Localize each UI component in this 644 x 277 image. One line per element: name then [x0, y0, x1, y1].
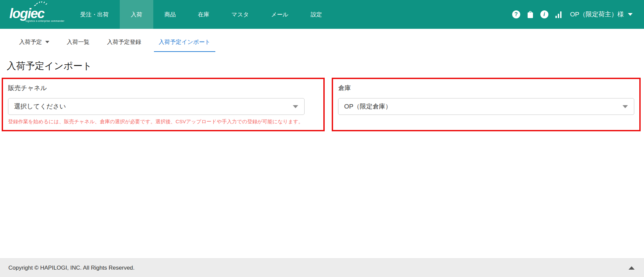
logo-text: logiec [9, 7, 66, 20]
tab-arrival-schedule-import[interactable]: 入荷予定インポート [154, 36, 215, 52]
chevron-down-icon [45, 41, 49, 43]
subnav-arrival-schedule-menu[interactable]: 入荷予定 [14, 36, 54, 52]
logo-tagline: logistics e-enterprise commander [25, 20, 64, 22]
info-icon[interactable]: i [540, 10, 549, 19]
app-header: logiec logistics e-enterprise commander … [0, 0, 644, 29]
warehouse-label: 倉庫 [338, 84, 634, 92]
channel-label: 販売チャネル [8, 84, 318, 92]
help-icon[interactable]: ? [512, 10, 521, 19]
main-nav: 受注・出荷 入荷 商品 在庫 マスタ メール 設定 [69, 0, 333, 29]
page-title: 入荷予定インポート [7, 60, 644, 72]
channel-select[interactable]: 選択してください [8, 98, 305, 115]
shopping-bag-icon[interactable] [526, 10, 535, 19]
logiec-logo[interactable]: logiec logistics e-enterprise commander [9, 0, 66, 29]
form-row: 販売チャネル 選択してください 登録作業を始めるには、販売チャネル、倉庫の選択が… [0, 78, 644, 131]
nav-item-mail[interactable]: メール [260, 0, 300, 29]
warehouse-highlight-box: 倉庫 OP（限定倉庫） [332, 78, 641, 131]
channel-highlight-box: 販売チャネル 選択してください 登録作業を始めるには、販売チャネル、倉庫の選択が… [2, 78, 325, 131]
header-right: ? i OP（限定荷主）様 [512, 0, 633, 29]
app-footer: Copyright © HAPILOGI, INC. All Rights Re… [0, 258, 644, 277]
chevron-down-icon [293, 105, 298, 108]
tab-arrival-list[interactable]: 入荷一覧 [62, 36, 94, 52]
chevron-down-icon [623, 105, 628, 108]
nav-item-products[interactable]: 商品 [153, 0, 187, 29]
nav-item-settings[interactable]: 設定 [300, 0, 333, 29]
tab-arrival-schedule-register[interactable]: 入荷予定登録 [102, 36, 146, 52]
scroll-to-top-button[interactable] [629, 266, 635, 270]
nav-item-arrival[interactable]: 入荷 [120, 0, 153, 29]
warehouse-select[interactable]: OP（限定倉庫） [338, 98, 634, 115]
user-menu[interactable]: OP（限定荷主）様 [570, 10, 633, 19]
nav-item-stock[interactable]: 在庫 [187, 0, 220, 29]
channel-helper-text: 登録作業を始めるには、販売チャネル、倉庫の選択が必要です。選択後、CSVアップロ… [8, 119, 318, 125]
warehouse-select-value: OP（限定倉庫） [344, 102, 391, 111]
nav-item-orders-shipping[interactable]: 受注・出荷 [69, 0, 120, 29]
chevron-down-icon [628, 13, 633, 16]
channel-select-value: 選択してください [14, 102, 66, 111]
bar-chart-icon[interactable] [554, 10, 563, 19]
subnav: 入荷予定 入荷一覧 入荷予定登録 入荷予定インポート [14, 36, 644, 52]
sunrise-icon [34, 1, 48, 6]
copyright-text: Copyright © HAPILOGI, INC. All Rights Re… [8, 265, 135, 271]
user-name: OP（限定荷主）様 [570, 10, 624, 19]
nav-item-master[interactable]: マスタ [220, 0, 260, 29]
